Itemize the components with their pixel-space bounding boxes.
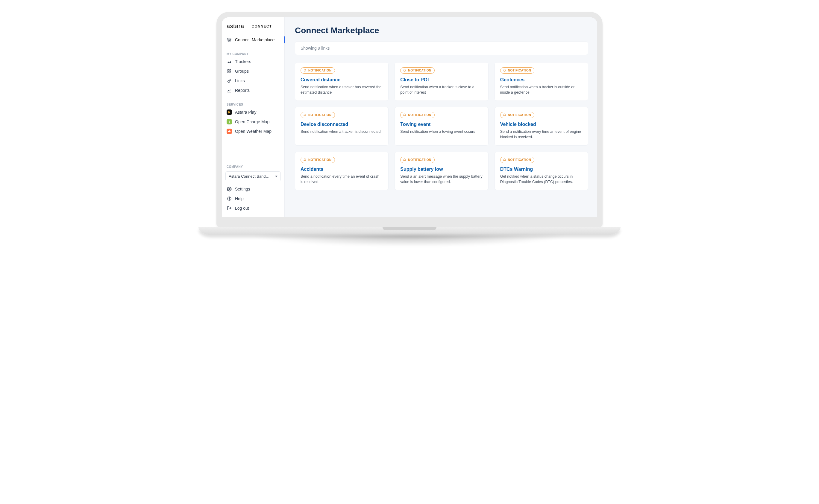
bell-icon — [303, 113, 307, 117]
results-count-bar: Showing 9 links — [295, 41, 588, 55]
card-description: Send notification when a tracker is disc… — [301, 129, 383, 134]
sidebar-item-label: Links — [235, 78, 280, 83]
marketplace-card[interactable]: NOTIFICATIONTowing eventSend notificatio… — [395, 107, 488, 145]
laptop-screen: astara CONNECT Connect Marketplace MY CO… — [217, 12, 602, 227]
marketplace-card[interactable]: NOTIFICATIONGeofencesSend notification w… — [494, 62, 588, 101]
logout-icon — [227, 205, 232, 211]
notification-badge: NOTIFICATION — [301, 112, 335, 118]
card-description: Send a an alert message when the supply … — [400, 174, 482, 185]
sidebar-item-open-charge-map[interactable]: Open Charge Map — [222, 117, 284, 127]
car-icon — [227, 59, 232, 64]
bell-icon — [403, 113, 406, 117]
notification-badge: NOTIFICATION — [400, 112, 435, 118]
bell-icon — [403, 68, 406, 72]
sidebar-bottom: COMPANY Astara Connect Sand… Settings — [222, 161, 284, 217]
notification-badge: NOTIFICATION — [301, 67, 335, 74]
link-icon — [227, 78, 232, 83]
svg-rect-5 — [230, 71, 231, 73]
laptop-shadow — [204, 235, 615, 253]
sidebar-item-settings[interactable]: Settings — [222, 184, 284, 194]
sidebar: astara CONNECT Connect Marketplace MY CO… — [222, 17, 285, 217]
results-count-text: Showing 9 links — [301, 46, 330, 51]
card-description: Send notification when a towing event oc… — [400, 129, 482, 134]
svg-rect-3 — [230, 70, 231, 71]
sidebar-item-label: Trackers — [235, 59, 280, 64]
bell-icon — [503, 68, 506, 72]
nav-section-services: SERVICES Astara Play Open Charge Map — [222, 97, 284, 138]
bell-icon — [503, 113, 506, 117]
sidebar-item-logout[interactable]: Log out — [222, 203, 284, 213]
store-icon — [227, 37, 232, 42]
brand: astara CONNECT — [222, 17, 284, 33]
card-description: Send notification when a tracker is outs… — [500, 84, 582, 95]
notification-badge: NOTIFICATION — [500, 112, 535, 118]
marketplace-card[interactable]: NOTIFICATIONCovered distanceSend notific… — [295, 62, 389, 101]
marketplace-card[interactable]: NOTIFICATIONAccidentsSend a notification… — [295, 152, 389, 190]
notification-badge: NOTIFICATION — [400, 157, 435, 163]
app-root: astara CONNECT Connect Marketplace MY CO… — [222, 17, 597, 217]
svg-rect-2 — [228, 70, 229, 71]
astara-play-icon — [227, 109, 232, 115]
brand-primary: astara — [227, 23, 244, 30]
sidebar-item-trackers[interactable]: Trackers — [222, 57, 284, 66]
sidebar-item-label: Open Charge Map — [235, 119, 280, 124]
card-description: Send a notification every time an event … — [500, 129, 582, 140]
notification-badge: NOTIFICATION — [301, 157, 335, 163]
badge-label: NOTIFICATION — [308, 158, 332, 162]
bell-icon — [303, 68, 307, 72]
svg-rect-4 — [228, 71, 229, 73]
sidebar-item-connect-marketplace[interactable]: Connect Marketplace — [222, 35, 284, 45]
badge-label: NOTIFICATION — [408, 158, 431, 162]
card-title: Accidents — [301, 167, 383, 172]
marketplace-card[interactable]: NOTIFICATIONClose to POISend notificatio… — [395, 62, 488, 101]
sidebar-item-open-weather-map[interactable]: Open Weather Map — [222, 127, 284, 136]
svg-point-6 — [229, 188, 230, 190]
sidebar-item-astara-play[interactable]: Astara Play — [222, 107, 284, 117]
card-description: Send notification when a tracker is clos… — [400, 84, 482, 95]
marketplace-card[interactable]: NOTIFICATIONDevice disconnectedSend noti… — [295, 107, 389, 145]
laptop-base — [198, 227, 621, 235]
page-title: Connect Marketplace — [295, 26, 588, 35]
open-charge-map-icon — [227, 119, 232, 124]
sidebar-item-label: Settings — [235, 187, 280, 191]
main-content: Connect Marketplace Showing 9 links NOTI… — [285, 17, 597, 217]
nav-heading-company: COMPANY — [222, 161, 284, 170]
open-weather-map-icon — [227, 129, 232, 134]
sidebar-item-reports[interactable]: Reports — [222, 86, 284, 95]
card-title: Device disconnected — [301, 122, 383, 127]
sidebar-item-help[interactable]: Help — [222, 194, 284, 203]
brand-separator — [248, 23, 248, 30]
sidebar-item-label: Log out — [235, 206, 280, 211]
card-title: Supply battery low — [400, 167, 482, 172]
nav-section-top: Connect Marketplace — [222, 33, 284, 46]
cards-grid: NOTIFICATIONCovered distanceSend notific… — [295, 62, 588, 190]
bell-icon — [503, 158, 506, 162]
badge-label: NOTIFICATION — [308, 113, 332, 117]
notification-badge: NOTIFICATION — [500, 157, 535, 163]
sidebar-item-label: Astara Play — [235, 110, 280, 115]
sidebar-item-links[interactable]: Links — [222, 76, 284, 86]
card-title: Towing event — [400, 122, 482, 127]
bell-icon — [303, 158, 307, 162]
badge-label: NOTIFICATION — [408, 69, 431, 72]
company-select[interactable]: Astara Connect Sand… — [226, 171, 281, 181]
sidebar-item-label: Groups — [235, 69, 280, 74]
card-title: Vehicle blocked — [500, 122, 582, 127]
card-description: Send notification when a tracker has cov… — [301, 84, 383, 95]
chart-line-icon — [227, 88, 232, 93]
marketplace-card[interactable]: NOTIFICATIONSupply battery lowSend a an … — [395, 152, 488, 190]
badge-label: NOTIFICATION — [508, 113, 531, 117]
sidebar-item-groups[interactable]: Groups — [222, 66, 284, 76]
company-select-value: Astara Connect Sand… — [229, 174, 270, 179]
brand-secondary: CONNECT — [252, 24, 272, 28]
laptop-mockup: astara CONNECT Connect Marketplace MY CO… — [217, 12, 602, 253]
notification-badge: NOTIFICATION — [400, 67, 435, 74]
nav-section-my-company: MY COMPANY Trackers Groups — [222, 46, 284, 97]
gear-icon — [227, 186, 232, 192]
marketplace-card[interactable]: NOTIFICATIONDTCs WarningGet notified whe… — [494, 152, 588, 190]
marketplace-card[interactable]: NOTIFICATIONVehicle blockedSend a notifi… — [494, 107, 588, 145]
badge-label: NOTIFICATION — [308, 69, 332, 72]
sidebar-item-label: Help — [235, 196, 280, 201]
badge-label: NOTIFICATION — [408, 113, 431, 117]
sidebar-item-label: Open Weather Map — [235, 129, 280, 134]
